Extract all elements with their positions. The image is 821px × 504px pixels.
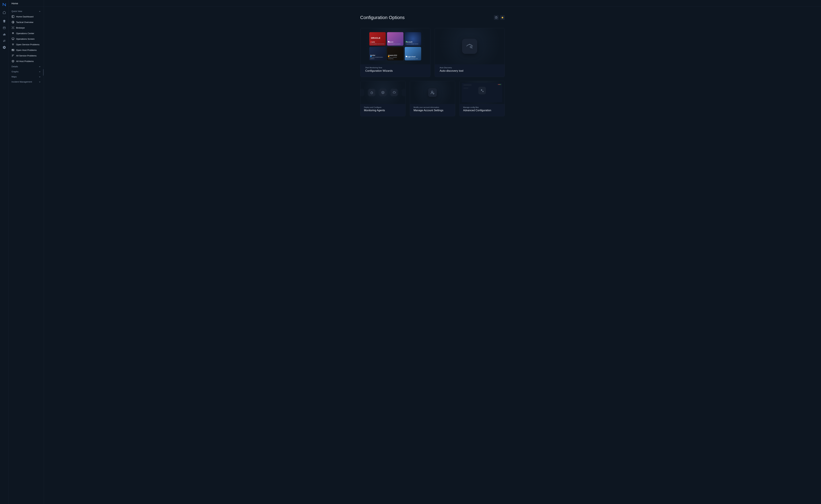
oracle-logo-text: ORACLE [371, 37, 380, 40]
help-button[interactable] [494, 15, 498, 20]
chevron-down-icon [39, 71, 41, 73]
section-details[interactable]: Details [10, 64, 42, 69]
svg-point-20 [12, 56, 12, 57]
card-account-settings[interactable]: Modify your account information Manage A… [410, 81, 455, 116]
section-label: Incident Management [11, 81, 32, 83]
section-label: Graphs [11, 70, 19, 73]
favorite-button[interactable] [500, 15, 505, 20]
card-config-wizards[interactable]: ORACLEOracleCloud platform and services … [360, 28, 430, 77]
card-kicker: Modify your account information [410, 104, 455, 109]
sidebar-item-open-service[interactable]: Open Service Problems [10, 42, 42, 47]
card-kicker: Manage config files [460, 104, 505, 109]
server-alert-icon [11, 49, 14, 52]
svg-point-26 [481, 90, 482, 91]
svg-point-23 [371, 92, 373, 94]
card-title: Configuration Wizards [360, 69, 430, 73]
tile-name: Microsoft [406, 41, 420, 43]
scrollbar-thumb[interactable] [43, 69, 44, 76]
tile-name: Oracle [370, 41, 385, 43]
gauge-icon [368, 89, 375, 96]
icon-rail [0, 0, 9, 504]
wizard-tile-ec2: Amazon EC2Secure, resizable computing [387, 47, 403, 60]
section-graphs[interactable]: Graphs [10, 69, 42, 74]
wizard-tile-openai: OpenAIAn AI research company [387, 32, 403, 46]
sidebar-title: Home [9, 0, 44, 7]
wizard-tile-oracle: ORACLEOracleCloud platform and services [369, 32, 386, 46]
card-visual: ORACLEOracleCloud platform and services … [360, 28, 430, 64]
sidebar-item-label: Open Service Problems [16, 43, 40, 46]
svg-rect-2 [4, 33, 4, 35]
sidebar-item-label: All Service Problems [16, 54, 37, 57]
config-mock-preview [462, 83, 502, 102]
nav-home-icon[interactable] [1, 10, 7, 15]
section-label: Details [11, 65, 18, 68]
sidebar-item-label: All Host Problems [16, 60, 34, 63]
tile-name: Google Cloud [406, 56, 420, 58]
nav-gear-icon[interactable] [1, 44, 7, 50]
nav-charts-icon[interactable] [1, 31, 7, 37]
globe-icon [11, 21, 14, 24]
nav-sliders-icon[interactable] [1, 38, 7, 44]
tile-desc: A cloud computing suite [406, 58, 420, 59]
svg-point-4 [4, 40, 5, 41]
main-area: Configuration Options ORACLEOracleCloud … [44, 0, 821, 504]
card-kicker: Start Monitoring Now [360, 64, 430, 69]
sidebar-item-all-service[interactable]: All Service Problems [10, 53, 42, 58]
card-monitoring-agents[interactable]: Deploy and Configure Monitoring Agents [360, 81, 406, 116]
card-visual [435, 28, 505, 64]
svg-rect-13 [12, 50, 14, 51]
tile-name: Amazon EC2 [388, 54, 402, 56]
chevron-down-icon [39, 66, 41, 68]
cube-icon [379, 89, 386, 96]
sidebar-item-ops-center[interactable]: Operations Center [10, 31, 42, 36]
section-label: Quick View [11, 10, 22, 12]
eye-scan-icon [462, 39, 477, 54]
card-advanced-config[interactable]: Manage config files Advanced Configurati… [459, 81, 505, 116]
sidebar-item-birdseye[interactable]: Birdseye [10, 25, 42, 31]
svg-point-25 [433, 93, 434, 94]
wizard-tile-microsoft: MicrosoftA global software vendor [405, 32, 421, 46]
page-title: Configuration Options [360, 15, 405, 20]
svg-rect-0 [3, 27, 5, 29]
svg-point-5 [3, 41, 4, 42]
sidebar-item-tactical[interactable]: Tactical Overview [10, 19, 42, 25]
card-visual [410, 81, 455, 104]
nav-layers-icon[interactable] [1, 18, 7, 24]
tile-name: OpenAI [388, 41, 402, 43]
card-title: Auto-discovery tool [435, 69, 505, 73]
sidebar: Home Quick View Home Dashboard Tactical … [9, 0, 44, 504]
section-maps[interactable]: Maps [10, 74, 42, 79]
svg-rect-3 [5, 34, 5, 35]
chevron-down-icon [39, 76, 41, 78]
svg-point-18 [12, 55, 12, 56]
card-title: Manage Account Settings [410, 109, 455, 112]
sidebar-item-label: Operations Center [16, 32, 34, 35]
cloud-icon [391, 89, 398, 96]
sidebar-item-all-host[interactable]: All Host Problems [10, 58, 42, 64]
user-gear-icon [428, 88, 437, 97]
card-title: Monitoring Agents [360, 109, 405, 112]
svg-point-27 [482, 91, 483, 92]
chevron-down-icon [39, 81, 41, 83]
svg-point-19 [13, 55, 13, 56]
scan-icon [11, 26, 14, 29]
section-quick-view[interactable]: Quick View [10, 9, 42, 14]
wizard-tile-gcloud: Google CloudA cloud computing suite [405, 47, 421, 60]
main-header-bar [44, 0, 821, 7]
sidebar-item-open-host[interactable]: Open Host Problems [10, 47, 42, 53]
wifi-alert-icon [11, 43, 14, 46]
sidebar-item-home-dashboard[interactable]: Home Dashboard [10, 14, 42, 19]
card-kicker: Deploy and Configure [360, 104, 405, 109]
tile-desc: An open containerization platform [370, 56, 385, 59]
nav-package-icon[interactable] [1, 25, 7, 31]
svg-point-16 [13, 55, 13, 55]
gears-icon [478, 87, 486, 94]
section-incident[interactable]: Incident Management [10, 79, 42, 84]
card-auto-discovery[interactable]: Auto-Discovery Auto-discovery tool [435, 28, 505, 77]
brand-logo[interactable] [2, 3, 6, 7]
tile-name: Docker [370, 54, 385, 56]
grid-dots-icon [11, 54, 14, 57]
sidebar-item-ops-screen[interactable]: Operations Screen [10, 36, 42, 42]
svg-point-17 [13, 55, 14, 55]
svg-point-24 [431, 91, 433, 93]
